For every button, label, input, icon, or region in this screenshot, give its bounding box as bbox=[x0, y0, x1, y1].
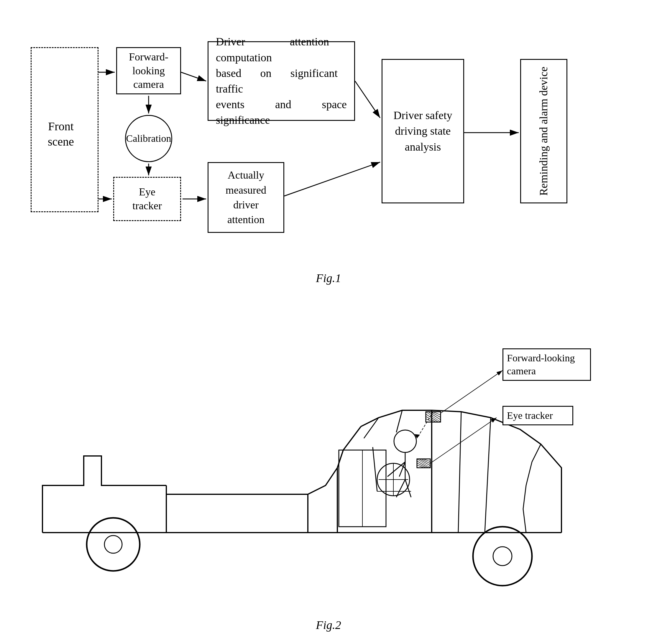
eye-tracker-label: Eyetracker bbox=[132, 185, 162, 213]
svg-point-30 bbox=[394, 430, 416, 453]
svg-line-40 bbox=[428, 412, 441, 420]
driver-attention-label: Driver attention computationbased on sig… bbox=[216, 34, 347, 128]
svg-point-24 bbox=[104, 535, 122, 553]
eye-tracker-box: Eyetracker bbox=[113, 177, 181, 221]
alarm-label: Reminding and alarm device bbox=[536, 67, 551, 196]
svg-line-58 bbox=[430, 418, 497, 463]
svg-line-55 bbox=[417, 461, 428, 468]
measured-attention-label: Actuallymeasureddriverattention bbox=[225, 168, 266, 227]
svg-line-49 bbox=[441, 370, 502, 413]
driver-attention-box: Driver attention computationbased on sig… bbox=[207, 41, 355, 121]
front-scene-label: Frontscene bbox=[48, 119, 74, 150]
fig2-fwd-camera-text: Forward-lookingcamera bbox=[507, 352, 575, 376]
svg-line-36 bbox=[373, 447, 377, 491]
page: Frontscene Forward-lookingcamera Calibra… bbox=[0, 0, 657, 644]
alarm-box: Reminding and alarm device bbox=[520, 59, 567, 203]
svg-line-8 bbox=[284, 162, 380, 196]
fig2-eye-tracker-text: Eye tracker bbox=[507, 410, 553, 421]
measured-attention-box: Actuallymeasureddriverattention bbox=[207, 162, 284, 233]
svg-point-23 bbox=[87, 518, 140, 571]
svg-line-42 bbox=[433, 412, 441, 415]
svg-point-26 bbox=[493, 547, 512, 566]
svg-line-7 bbox=[355, 81, 380, 118]
fig1-diagram: Frontscene Forward-lookingcamera Calibra… bbox=[25, 29, 632, 265]
front-scene-box: Frontscene bbox=[31, 47, 98, 212]
svg-line-20 bbox=[485, 418, 491, 533]
svg-line-52 bbox=[419, 459, 430, 466]
fig1-caption: Fig.1 bbox=[24, 271, 633, 285]
calibration-circle: Calibration bbox=[125, 115, 172, 162]
svg-line-35 bbox=[405, 480, 411, 497]
fwd-camera-box: Forward-lookingcamera bbox=[116, 47, 181, 94]
svg-line-46 bbox=[417, 412, 433, 438]
calibration-label: Calibration bbox=[126, 133, 171, 144]
fwd-camera-label: Forward-lookingcamera bbox=[129, 50, 168, 91]
svg-line-34 bbox=[396, 480, 405, 497]
svg-line-16 bbox=[396, 410, 402, 432]
fig2-diagram: Forward-lookingcamera Eye tracker bbox=[25, 303, 632, 612]
driver-safety-box: Driver safetydriving stateanalysis bbox=[381, 59, 464, 203]
fig2-fwd-camera-label: Forward-lookingcamera bbox=[502, 348, 591, 381]
fig2-caption: Fig.2 bbox=[24, 618, 633, 632]
driver-safety-label: Driver safetydriving stateanalysis bbox=[393, 108, 452, 155]
svg-line-2 bbox=[181, 72, 206, 81]
svg-line-21 bbox=[458, 412, 461, 533]
svg-point-25 bbox=[473, 527, 532, 585]
fig2-eye-tracker-label: Eye tracker bbox=[502, 406, 573, 425]
